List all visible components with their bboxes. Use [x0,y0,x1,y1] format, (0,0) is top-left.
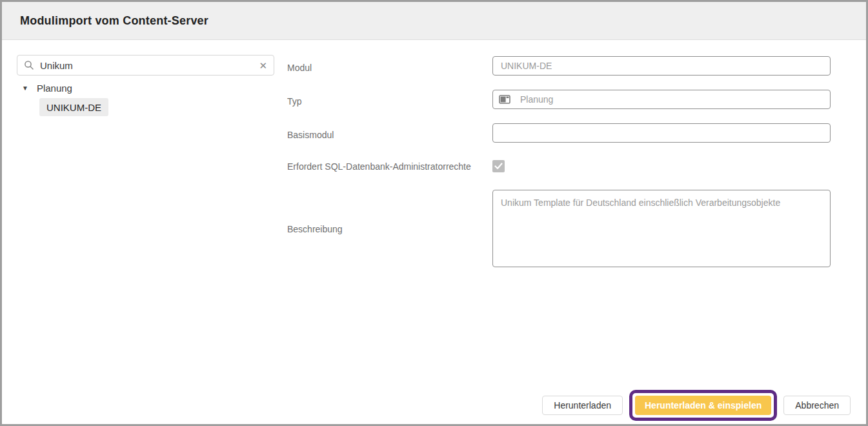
dialog-footer: Herunterladen Herunterladen & einspielen… [542,390,851,421]
tree-item-unikum-de[interactable]: UNIKUM-DE [39,98,108,116]
download-and-install-button[interactable]: Herunterladen & einspielen [635,396,771,415]
typ-label: Typ [287,96,302,107]
chevron-down-icon[interactable]: ▼ [22,85,28,92]
dialog-header: Modulimport vom Content-Server [2,2,866,40]
sql-admin-checkbox[interactable] [492,160,505,172]
modul-input[interactable] [492,56,831,76]
modul-label: Modul [287,63,312,73]
tree-group-label: Planung [37,83,72,94]
typ-value: Planung [520,94,553,105]
tree-group-planung[interactable]: ▼ Planung [22,83,72,94]
page-title: Modulimport vom Content-Server [20,14,208,28]
download-button[interactable]: Herunterladen [542,396,623,415]
search-input[interactable] [40,60,259,71]
modulimport-dialog: Modulimport vom Content-Server ✕ ▼ Planu… [0,0,868,426]
checkmark-icon [494,163,503,170]
module-search-box[interactable]: ✕ [17,55,274,76]
cancel-button[interactable]: Abbrechen [783,396,851,415]
module-type-icon [499,95,510,104]
clear-search-icon[interactable]: ✕ [259,61,267,70]
highlight-annotation: Herunterladen & einspielen [629,390,777,421]
typ-input[interactable]: Planung [492,90,831,109]
sql-admin-label: Erfordert SQL-Datenbank-Administratorrec… [287,161,471,172]
beschreibung-label: Beschreibung [287,224,343,234]
beschreibung-textarea[interactable]: Unikum Template für Deutschland einschli… [492,190,831,267]
search-icon [24,60,34,70]
basismodul-input[interactable] [492,123,831,143]
basismodul-label: Basismodul [287,130,334,140]
